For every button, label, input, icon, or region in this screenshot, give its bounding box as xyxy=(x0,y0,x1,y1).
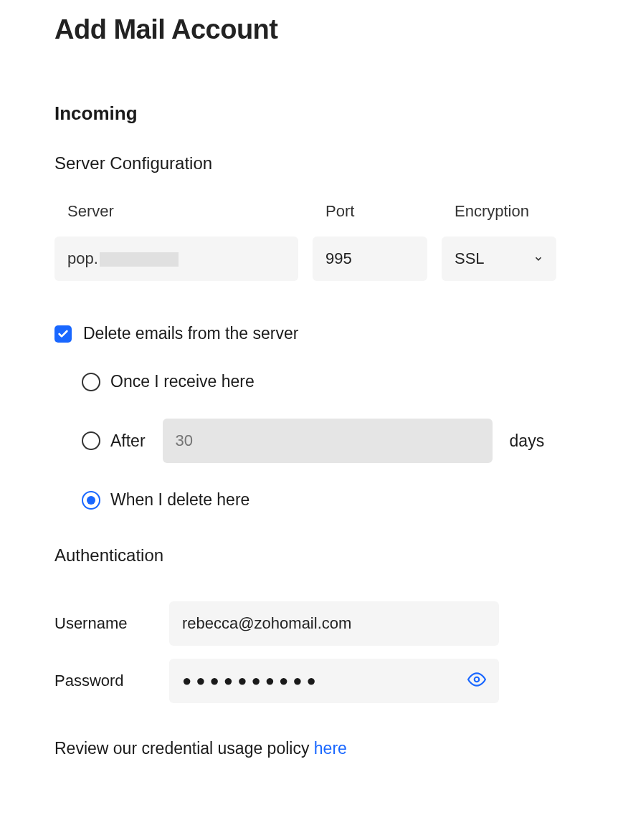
incoming-heading: Incoming xyxy=(54,102,564,125)
chevron-down-icon xyxy=(533,254,543,264)
encryption-value: SSL xyxy=(455,249,533,268)
radio-after-prefix: After xyxy=(110,431,146,451)
password-label: Password xyxy=(54,672,155,690)
days-input[interactable] xyxy=(163,419,493,463)
username-input[interactable] xyxy=(169,601,499,646)
server-label: Server xyxy=(54,202,298,221)
delete-emails-checkbox[interactable] xyxy=(54,325,72,343)
radio-after-days[interactable] xyxy=(82,431,100,450)
radio-once-label: Once I receive here xyxy=(110,372,255,391)
authentication-heading: Authentication xyxy=(54,545,564,565)
eye-icon[interactable] xyxy=(467,670,486,692)
radio-after-suffix: days xyxy=(510,431,545,451)
server-input[interactable]: pop. xyxy=(54,237,298,281)
port-input[interactable] xyxy=(313,237,427,281)
server-config-heading: Server Configuration xyxy=(54,153,564,173)
encryption-label: Encryption xyxy=(442,202,556,221)
password-input[interactable]: ●●●●●●●●●● xyxy=(169,659,499,703)
delete-radio-group: Once I receive here After days When I de… xyxy=(54,372,564,510)
policy-text: Review our credential usage policy here xyxy=(54,739,564,758)
page-title: Add Mail Account xyxy=(54,14,564,45)
server-redacted xyxy=(100,252,179,267)
server-value-prefix: pop. xyxy=(67,249,98,267)
radio-when-delete-label: When I delete here xyxy=(110,490,249,510)
delete-emails-checkbox-row: Delete emails from the server xyxy=(54,324,564,343)
encryption-select[interactable]: SSL xyxy=(442,237,556,281)
delete-emails-label: Delete emails from the server xyxy=(83,324,298,343)
policy-link[interactable]: here xyxy=(314,739,347,758)
username-label: Username xyxy=(54,614,155,633)
radio-once-receive[interactable] xyxy=(82,373,100,391)
policy-prefix: Review our credential usage policy xyxy=(54,739,314,758)
svg-point-0 xyxy=(475,677,480,682)
port-label: Port xyxy=(313,202,427,221)
server-config-row: Server pop. Port Encryption SSL xyxy=(54,202,564,281)
radio-when-delete[interactable] xyxy=(82,491,100,510)
